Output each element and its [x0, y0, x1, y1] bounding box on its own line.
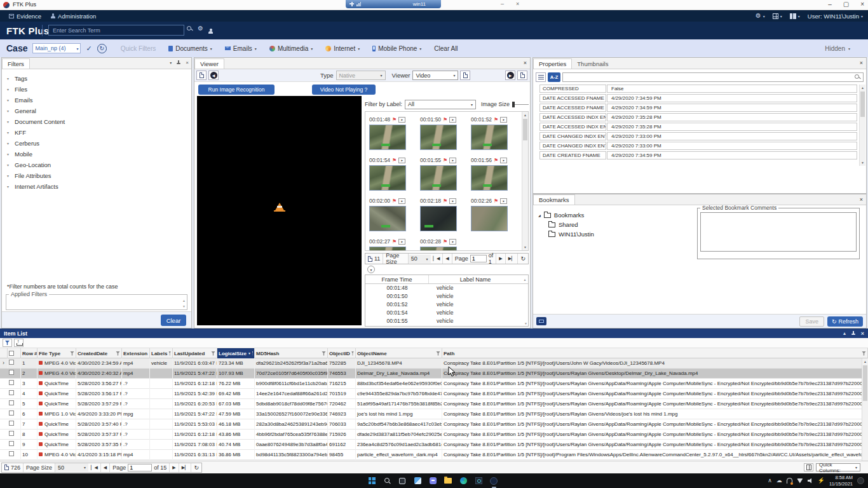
table-row[interactable]: › 1 MPEG 4.0 Video 4/30/2020 2:34:59 AM … — [0, 358, 868, 369]
column-md5-hash[interactable]: MD5Hash — [255, 348, 328, 358]
play-button[interactable]: ▸ — [398, 198, 405, 204]
funnel-icon[interactable] — [168, 351, 171, 356]
video-frame-thumbnail[interactable]: 00:01:48 ⚑ ▸ — [369, 116, 420, 150]
refresh-button[interactable]: ↻ — [518, 254, 528, 264]
column-created-date[interactable]: CreatedDate — [76, 348, 122, 358]
refresh-button[interactable]: ↻ — [191, 463, 201, 472]
filter-category[interactable]: ▾ Internet Artifacts — [2, 181, 191, 192]
filter-category[interactable]: ▾ KFF — [2, 127, 191, 138]
property-row[interactable]: DATE CREATED FNAME 4/29/2020 7:34:59 PM — [539, 151, 857, 159]
tray-chevron-icon[interactable]: ∧ — [768, 478, 772, 484]
frame-image[interactable] — [369, 125, 406, 150]
vm-console-tab[interactable]: win11 — [346, 0, 441, 8]
hidden-dropdown[interactable]: Hidden ▾ — [825, 45, 850, 52]
play-button[interactable]: ▸ — [398, 117, 405, 123]
first-page-button[interactable]: ▏◀ — [431, 254, 444, 264]
property-row[interactable]: COMPRESSED False — [539, 85, 857, 93]
label-filter-select[interactable]: All ▾ — [405, 100, 476, 109]
row-checkbox[interactable] — [8, 358, 21, 369]
row-checkbox[interactable] — [8, 389, 21, 399]
ftk-plus-app-icon[interactable] — [489, 477, 498, 485]
first-page-button[interactable]: ▏◀ — [88, 463, 101, 472]
row-checkbox[interactable] — [8, 409, 21, 419]
table-row[interactable]: › 6 MPEG 1.0 Video 4/9/2020 3:33:20 PM m… — [0, 409, 868, 419]
frame-image[interactable] — [369, 165, 406, 191]
play-button[interactable]: ▸ — [500, 117, 507, 123]
frame-row[interactable]: 00:01:48 vehicle — [365, 284, 528, 292]
label-name-header[interactable]: Label Name — [429, 275, 522, 283]
frame-time-header[interactable]: Frame Time — [365, 275, 429, 283]
table-row[interactable]: › 5 QuickTime 5/28/2020 3:57:29 PM .? 11… — [0, 399, 868, 409]
scroll-down-icon[interactable]: ▼ — [524, 322, 527, 325]
video-frame-thumbnail[interactable]: 00:01:50 ⚑ ▸ — [420, 116, 471, 150]
columns-button[interactable] — [804, 463, 813, 471]
video-not-playing-button[interactable]: Video Not Playing ? — [312, 85, 376, 95]
column-extension[interactable]: Extension — [122, 348, 150, 358]
property-row[interactable]: DATE ACCESSED FNAME 4/29/2020 7:34:59 PM — [539, 94, 857, 102]
detach-viewer-button[interactable] — [517, 71, 527, 80]
scrollbar-thumb[interactable] — [863, 365, 867, 401]
funnel-icon[interactable] — [862, 351, 866, 356]
funnel-icon[interactable] — [211, 351, 215, 356]
task-view-icon[interactable] — [398, 477, 407, 485]
next-item-button[interactable]: ▶ — [505, 71, 515, 80]
window-minimize-button[interactable]: – — [828, 1, 832, 8]
property-row[interactable]: DATE ACCESSED INDX ENTRY 8 3 4/29/2020 7… — [539, 123, 857, 131]
funnel-icon[interactable] — [436, 351, 440, 356]
table-row[interactable]: › 4 QuickTime 5/28/2020 3:56:17 PM .? 11… — [0, 389, 868, 399]
filter-category[interactable]: ▾ Tags — [2, 73, 191, 84]
column-file-type[interactable]: File Type — [37, 348, 76, 358]
property-row[interactable]: DATE ACCESSED INDX ENTRY 4/29/2020 7:35:… — [539, 113, 857, 121]
table-row[interactable]: › 2 MPEG 4.0 Video 4/30/2020 2:40:32 AM … — [0, 369, 868, 379]
frame-table-collapse-button[interactable]: ▾ — [367, 266, 375, 273]
grid-filter-button[interactable] — [3, 339, 12, 347]
clear-filters-button[interactable]: Clear — [161, 315, 186, 326]
window-close-button[interactable]: × — [860, 1, 864, 8]
pin-icon[interactable] — [176, 60, 181, 65]
edge-browser-icon[interactable] — [459, 477, 468, 485]
close-icon[interactable]: × — [524, 60, 527, 66]
column-object-id[interactable]: ObjectID — [328, 348, 356, 358]
frame-image[interactable] — [369, 206, 406, 231]
play-button[interactable]: ▸ — [500, 158, 507, 163]
thumbnails-scrollbar[interactable]: ▲ ▼ — [522, 112, 528, 250]
row-checkbox[interactable] — [8, 369, 21, 379]
widgets-icon[interactable] — [413, 477, 422, 485]
chevron-down-icon[interactable]: ▾ — [170, 60, 172, 65]
user-menu[interactable]: User: WIN11\Justin ▾ — [808, 13, 863, 20]
row-checkbox[interactable] — [8, 379, 21, 389]
scroll-up-icon[interactable]: ▲ — [182, 299, 186, 302]
filter-category[interactable]: ▾ Geo-Location — [2, 159, 191, 170]
file-explorer-icon[interactable] — [444, 477, 452, 485]
vm-close-icon[interactable]: × — [516, 1, 519, 7]
grid-view-menu[interactable]: ▾ — [773, 13, 782, 19]
refresh-case-button[interactable]: ↻ — [97, 44, 107, 53]
play-button[interactable]: ▸ — [449, 239, 456, 245]
menu-evidence[interactable]: Evidence — [9, 13, 41, 20]
property-groups-button[interactable] — [536, 72, 546, 82]
filter-category[interactable]: ▾ File Attributes — [2, 170, 191, 181]
video-player[interactable] — [197, 96, 362, 325]
page-size-select[interactable]: 50 ▾ — [55, 463, 88, 471]
video-frame-thumbnail[interactable]: 00:02:28 ⚑ ▸ — [420, 238, 471, 251]
page-size-select[interactable]: 50 ▾ — [409, 255, 431, 263]
case-select[interactable]: Main_np (4) ▾ — [32, 43, 81, 53]
close-icon[interactable]: × — [186, 60, 189, 65]
frame-image[interactable] — [471, 125, 508, 150]
row-checkbox[interactable] — [8, 450, 21, 460]
funnel-icon[interactable] — [252, 351, 253, 356]
tab-viewer[interactable]: Viewer — [194, 58, 224, 69]
frame-row[interactable]: 00:01:56 vehicle — [365, 325, 528, 327]
previous-item-button[interactable]: ◀ — [208, 71, 219, 80]
search-icon[interactable] — [187, 26, 193, 32]
property-row[interactable]: DATE ACCESSED FNAME 8 3 4/29/2020 7:34:5… — [539, 104, 857, 112]
sort-az-button[interactable]: A-Z — [548, 72, 560, 82]
funnel-icon[interactable] — [322, 351, 326, 356]
run-image-recognition-button[interactable]: Run Image Recognition — [198, 85, 275, 95]
row-expander[interactable]: › — [0, 358, 8, 369]
select-all-checkbox[interactable] — [8, 348, 21, 358]
video-frame-thumbnail[interactable]: 00:01:55 ⚑ ▸ — [420, 156, 471, 191]
tab-bookmarks[interactable]: Bookmarks — [533, 194, 575, 205]
scrollbar-thumb[interactable] — [860, 92, 865, 117]
apply-case-button[interactable]: ✓ — [86, 44, 92, 53]
